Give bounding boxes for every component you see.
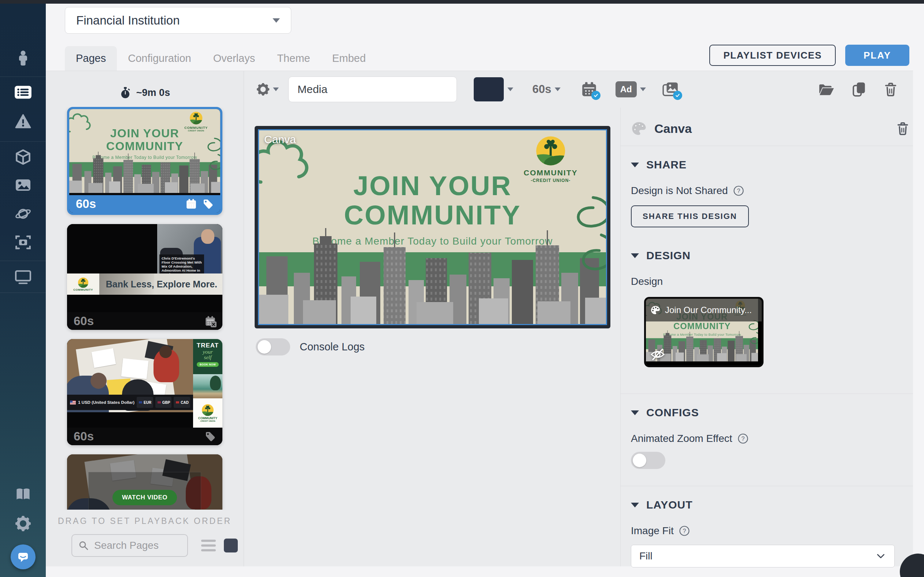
sidebar-item-snapshots[interactable]: [0, 234, 46, 250]
stage: Canva COMMUNITY -CREDIT UNION- JOIN YOUR…: [244, 108, 924, 566]
duplicate-icon[interactable]: [851, 81, 867, 97]
sidebar-item-devices[interactable]: [0, 269, 46, 285]
search-pages-input[interactable]: [94, 539, 179, 552]
planet-icon: [15, 206, 32, 222]
schedule-button[interactable]: [581, 81, 597, 97]
playlist-selector-value: Financial Institution: [76, 13, 179, 27]
preview-app-label: Canva: [264, 133, 296, 146]
app-window: Financial Institution Pages Configuratio…: [0, 0, 924, 577]
sidebar-divider: [0, 261, 46, 261]
currency-ticker: 1 USD (United States Dollar) EUR GBP CAD: [67, 395, 193, 410]
color-dropdown[interactable]: [507, 87, 513, 91]
sidebar-item-docs[interactable]: [0, 487, 46, 503]
design-picker-thumbnail[interactable]: Join Our Community... COMMUNITY -CREDIT …: [644, 297, 764, 367]
collapse-icon: [631, 253, 639, 258]
design-thumb-overlay: Join Our Community...: [646, 299, 762, 321]
eye-slash-icon: [649, 347, 666, 363]
ad-dropdown[interactable]: Ad: [615, 81, 646, 97]
section-layout[interactable]: LAYOUT: [631, 499, 909, 511]
animated-zoom-toggle[interactable]: [631, 452, 666, 469]
chevron-down-icon: [507, 87, 513, 91]
app-inspector: Canva SHARE Design is Not Shared SHARE T…: [620, 108, 924, 566]
console-logs-toggle[interactable]: [256, 338, 290, 356]
share-status: Design is Not Shared: [631, 185, 909, 197]
page-duration: 60s: [74, 429, 94, 443]
support-chat-button[interactable]: [11, 545, 36, 569]
share-design-button[interactable]: SHARE THIS DESIGN: [631, 205, 749, 227]
list-view-toggle[interactable]: [201, 540, 216, 551]
chat-bubble-icon: [16, 550, 31, 564]
artwork-title: JOIN YOURCOMMUNITY: [259, 171, 606, 230]
page-card-footer: 60s: [69, 195, 220, 213]
page-card-footer: 60s: [67, 312, 222, 330]
page-card-bank-less[interactable]: Chris D'Entremont's Floor Crossing Met W…: [67, 224, 222, 330]
playlist-selector[interactable]: Financial Institution: [65, 7, 291, 34]
tab-overlays[interactable]: Overlays: [202, 46, 266, 71]
sidebar-item-alerts[interactable]: [0, 113, 46, 129]
inspector-header: Canva: [631, 116, 909, 140]
search-pages-box[interactable]: [71, 534, 188, 557]
delete-page-icon[interactable]: [884, 82, 898, 97]
ccu-logo: COMMUNITY -CREDIT UNION-: [193, 398, 222, 428]
section-configs[interactable]: CONFIGS: [631, 406, 909, 419]
grid-view-toggle[interactable]: [224, 538, 238, 553]
media-active-badge: [673, 91, 682, 100]
page-thumbnail: COMMUNITY -CREDIT UNION- JOIN YOURCOMMUN…: [69, 109, 220, 193]
promo-ad: TREAT your self BOOK NOW: [193, 339, 222, 374]
ticker-cad: CAD: [174, 397, 190, 408]
help-icon[interactable]: [733, 185, 744, 196]
tab-bar: Pages Configuration Overlays Theme Embed: [65, 46, 376, 71]
page-duration: 60s: [76, 197, 96, 211]
section-design[interactable]: DESIGN: [631, 249, 909, 262]
schedule-icon: [186, 198, 197, 210]
open-folder-icon[interactable]: [818, 82, 835, 97]
remove-app-icon[interactable]: [896, 121, 909, 136]
us-flag-icon: [70, 401, 76, 405]
tab-embed[interactable]: Embed: [321, 46, 376, 71]
sidebar-item-apps[interactable]: [0, 149, 46, 165]
toolbar-actions: [818, 81, 898, 97]
page-card-join-community[interactable]: COMMUNITY -CREDIT UNION- JOIN YOURCOMMUN…: [67, 107, 222, 215]
gear-icon: [257, 83, 270, 96]
chevron-down-icon: [273, 87, 279, 91]
drag-hint: DRAG TO SET PLAYBACK ORDER: [46, 516, 244, 526]
sidebar-item-media[interactable]: [0, 177, 46, 193]
ticker-gbp: GBP: [155, 397, 172, 408]
scrollbar-gutter[interactable]: [913, 71, 924, 566]
page-card-video[interactable]: WATCH VIDEO BOOK AN APPOINTMENT: [67, 455, 222, 509]
media-assets-button[interactable]: [662, 81, 679, 97]
duration-dropdown[interactable]: 60s: [532, 83, 561, 96]
page-settings-dropdown[interactable]: [257, 83, 279, 96]
animated-zoom-label: Animated Zoom Effect: [631, 433, 909, 445]
design-field-label: Design: [631, 276, 909, 287]
chevron-down-icon: [875, 551, 886, 562]
sidebar-item-web[interactable]: [0, 206, 46, 222]
page-name-input[interactable]: [288, 77, 457, 102]
divider: [620, 393, 924, 394]
page-card-meeting[interactable]: TREAT your self BOOK NOW COMMUNITY -CRED…: [67, 339, 222, 445]
tab-configuration[interactable]: Configuration: [117, 46, 202, 71]
divider: [620, 486, 924, 486]
section-share[interactable]: SHARE: [631, 158, 909, 171]
watch-video-button[interactable]: WATCH VIDEO: [113, 490, 177, 505]
pages-search-row: [71, 534, 244, 557]
sidebar-item-settings[interactable]: [0, 516, 46, 532]
tab-theme[interactable]: Theme: [266, 46, 321, 71]
tag-icon: [205, 431, 216, 442]
page-thumbnail: TREAT your self BOOK NOW COMMUNITY -CRED…: [67, 339, 222, 428]
page-preview[interactable]: Canva COMMUNITY -CREDIT UNION- JOIN YOUR…: [258, 129, 607, 325]
page-thumbnail: Chris D'Entremont's Floor Crossing Met W…: [67, 224, 222, 312]
play-button[interactable]: PLAY: [845, 45, 909, 66]
console-logs-label: Console Logs: [300, 341, 365, 353]
help-icon[interactable]: [679, 525, 690, 537]
image-icon: [15, 177, 31, 193]
image-fit-select[interactable]: Fill: [631, 545, 895, 567]
tab-pages[interactable]: Pages: [65, 46, 117, 71]
sidebar-item-account[interactable]: [0, 50, 46, 66]
sidebar-item-playlists[interactable]: [0, 84, 46, 100]
page-color-swatch[interactable]: [474, 77, 504, 102]
help-icon[interactable]: [738, 433, 748, 444]
collapse-icon: [631, 163, 639, 167]
playlist-devices-button[interactable]: PLAYLIST DEVICES: [709, 45, 836, 66]
schedule-active-badge: [591, 91, 601, 100]
